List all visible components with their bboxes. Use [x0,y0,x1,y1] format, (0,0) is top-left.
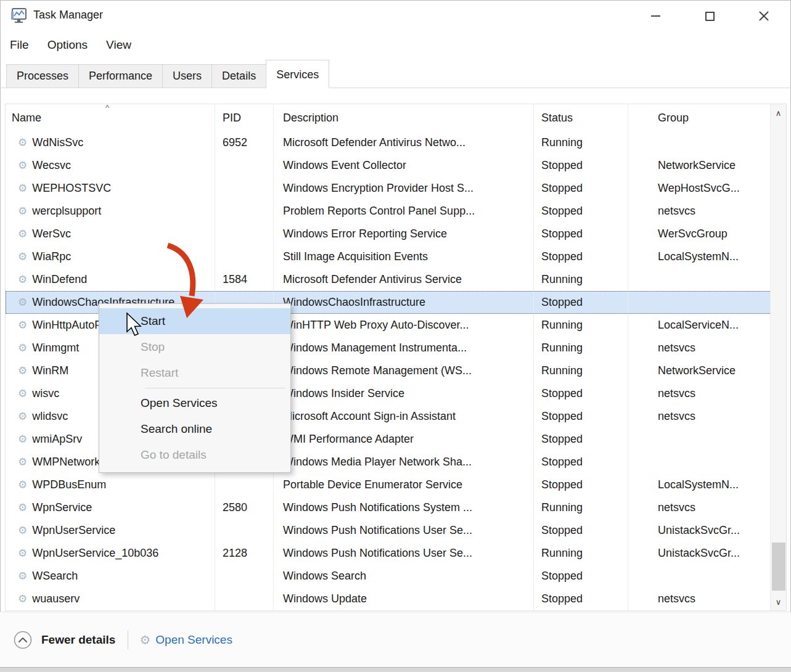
service-description: WMI Performance Adapter [274,428,534,451]
service-name: WdNisSvc [32,136,83,149]
menu-view[interactable]: View [106,38,131,52]
service-gear-icon: ⚙ [18,205,27,218]
fewer-details-button[interactable]: Fewer details [41,633,115,647]
service-status: Running [534,542,628,565]
service-description: Portable Device Enumerator Service [274,473,534,496]
service-description: Windows Push Notifications User Se... [274,519,534,542]
tab-details[interactable]: Details [211,64,266,88]
service-gear-icon: ⚙ [18,592,27,605]
service-status: Stopped [534,428,628,451]
service-pid [215,177,274,200]
service-status: Running [534,359,628,382]
close-icon [758,10,769,22]
table-row[interactable]: ⚙WpnUserServiceWindows Push Notification… [6,519,786,542]
service-status: Stopped [534,177,628,200]
service-name-cell: ⚙wercplsupport [6,200,215,223]
vertical-scrollbar[interactable]: ∧ ∨ [770,104,786,610]
menu-separator [145,388,285,388]
service-group [628,131,771,154]
service-status: Stopped [534,154,628,177]
service-description: Windows Management Instrumenta... [274,337,534,359]
context-menu-item-open-services[interactable]: Open Services [99,390,290,416]
minimize-icon [651,15,660,17]
service-name: wisvc [32,387,59,400]
service-group [628,268,771,291]
tab-processes[interactable]: Processes [6,64,79,88]
context-menu-item-search-online[interactable]: Search online [99,416,290,442]
service-group: netsvcs [628,382,771,405]
service-status: Running [534,337,628,359]
minimize-button[interactable] [640,0,671,32]
service-gear-icon: ⚙ [18,524,27,537]
maximize-icon [705,12,715,21]
task-manager-window: Task Manager FileOptionsView ProcessesPe… [0,0,791,672]
column-header-group[interactable]: Group [628,104,771,131]
table-row[interactable]: ⚙WSearchWindows SearchStopped [6,565,786,588]
service-status: Stopped [534,245,628,268]
column-header-name[interactable]: Name^ [6,104,215,131]
services-gear-icon: ⚙ [139,633,150,647]
close-button[interactable] [748,0,779,32]
maximize-button[interactable] [694,0,725,32]
service-name-cell: ⚙WpnService [6,496,215,519]
table-row[interactable]: ⚙WPDBusEnumPortable Device Enumerator Se… [6,473,786,496]
column-header-label: PID [223,112,241,125]
service-name: Wecsvc [32,159,71,172]
service-description: Windows Push Notifications System ... [274,496,534,519]
context-menu: StartStopRestartOpen ServicesSearch onli… [99,303,291,473]
context-menu-item-start[interactable]: Start [99,308,290,334]
menu-options[interactable]: Options [47,38,88,52]
open-services-link[interactable]: Open Services [155,633,232,647]
table-row[interactable]: ⚙WEPHOSTSVCWindows Encryption Provider H… [6,177,786,200]
service-gear-icon: ⚙ [18,250,27,263]
tab-users[interactable]: Users [162,64,212,88]
service-name: wlidsvc [32,410,68,423]
table-row[interactable]: ⚙WpnUserService_10b0362128Windows Push N… [6,542,786,565]
service-group: NetworkService [628,359,771,382]
service-description: Windows Media Player Network Sha... [274,451,534,473]
service-status: Running [534,314,628,337]
tab-strip: ProcessesPerformanceUsersDetailsServices [0,59,791,88]
service-name-cell: ⚙Wecsvc [6,154,215,177]
table-row[interactable]: ⚙wuauservWindows UpdateStoppednetsvcs [6,588,786,610]
service-gear-icon: ⚙ [18,478,27,491]
table-row[interactable]: ⚙WpnService2580Windows Push Notification… [6,496,786,519]
service-name-cell: ⚙WerSvc [6,223,215,245]
column-header-label: Name [12,112,41,125]
service-group: NetworkService [628,154,771,177]
service-pid [215,154,274,177]
table-row[interactable]: ⚙wercplsupportProblem Reports Control Pa… [6,200,786,223]
scroll-up-icon[interactable]: ∧ [771,104,786,121]
service-status: Running [534,268,628,291]
service-name: WerSvc [32,227,71,240]
service-group: UnistackSvcGr... [628,542,771,565]
footer-divider [128,631,128,649]
service-pid [215,473,274,496]
menu-file[interactable]: File [10,38,29,52]
service-gear-icon: ⚙ [18,433,27,446]
service-description: Windows Update [274,588,534,610]
service-status: Stopped [534,291,628,314]
service-name: wuauserv [32,592,80,605]
service-group [628,291,771,314]
service-gear-icon: ⚙ [18,387,27,400]
column-header-pid[interactable]: PID [215,104,274,131]
service-name: WinRM [32,364,68,377]
column-header-description[interactable]: Description [274,104,534,131]
table-row[interactable]: ⚙WdNisSvc6952Microsoft Defender Antiviru… [6,131,786,154]
table-row[interactable]: ⚙WecsvcWindows Event CollectorStoppedNet… [6,154,786,177]
table-row[interactable]: ⚙WiaRpcStill Image Acquisition EventsSto… [6,245,786,268]
column-header-status[interactable]: Status [534,104,628,131]
tab-services[interactable]: Services [266,60,329,88]
service-status: Stopped [534,588,628,610]
tab-performance[interactable]: Performance [78,64,163,88]
service-name-cell: ⚙WiaRpc [6,245,215,268]
table-row[interactable]: ⚙WerSvcWindows Error Reporting ServiceSt… [6,223,786,245]
service-group [628,565,771,588]
scrollbar-thumb[interactable] [772,543,785,591]
scroll-down-icon[interactable]: ∨ [771,593,786,610]
service-status: Stopped [534,565,628,588]
service-gear-icon: ⚙ [18,136,27,149]
service-description: WinHTTP Web Proxy Auto-Discover... [274,314,534,337]
table-row[interactable]: ⚙WinDefend1584Microsoft Defender Antivir… [6,268,786,291]
